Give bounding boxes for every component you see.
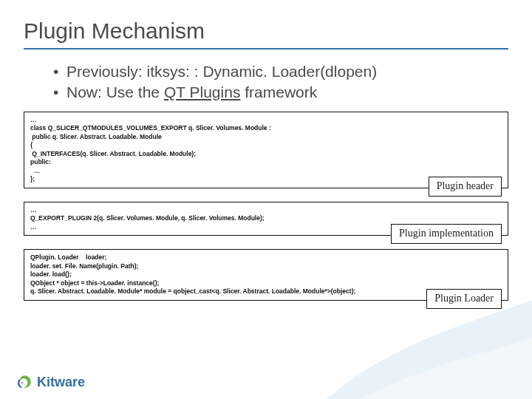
code-box-label: Plugin header bbox=[429, 177, 502, 197]
code-box-plugin-header: … class Q_SLICER_QTMODULES_VOLUMES_EXPOR… bbox=[24, 112, 508, 188]
bullet-now: Now: Use the QT Plugins framework bbox=[66, 83, 508, 101]
code-line: class Q_SLICER_QTMODULES_VOLUMES_EXPORT … bbox=[30, 124, 502, 132]
code-box-label: Plugin implementation bbox=[391, 224, 502, 244]
code-line: … bbox=[30, 167, 502, 175]
code-line: Q_EXPORT_PLUGIN 2(q. Slicer. Volumes. Mo… bbox=[30, 214, 502, 222]
code-line: QObject * object = this->Loader. instanc… bbox=[30, 279, 502, 287]
qt-plugins-link[interactable]: QT Plugins bbox=[164, 83, 241, 100]
code-line: … bbox=[30, 206, 502, 214]
svg-point-0 bbox=[21, 382, 23, 383]
slide-title: Plugin Mechanism bbox=[24, 18, 508, 44]
bullet-text: itksys: : Dynamic. Loader(dlopen) bbox=[147, 63, 378, 80]
code-line: public: bbox=[30, 158, 502, 166]
code-line: … bbox=[30, 116, 502, 124]
code-box-label: Plugin Loader bbox=[426, 289, 502, 309]
code-line: QPlugin. Loader loader; bbox=[30, 253, 502, 262]
code-line: { bbox=[30, 141, 502, 149]
bullet-previously: Previously: itksys: : Dynamic. Loader(dl… bbox=[66, 63, 508, 81]
bullet-text: Now: Use the bbox=[66, 83, 164, 100]
kitware-logo-text: Kitware bbox=[37, 375, 85, 390]
code-box-plugin-implementation: … Q_EXPORT_PLUGIN 2(q. Slicer. Volumes. … bbox=[24, 202, 508, 236]
title-bar: Plugin Mechanism bbox=[24, 18, 508, 50]
code-line: Q_INTERFACES(q. Slicer. Abstract. Loadab… bbox=[30, 150, 502, 158]
bullet-list: Previously: itksys: : Dynamic. Loader(dl… bbox=[37, 63, 508, 101]
bullet-text: framework bbox=[240, 83, 317, 100]
kitware-logo-icon bbox=[16, 374, 33, 390]
footer: Kitware bbox=[16, 374, 85, 390]
code-box-plugin-loader: QPlugin. Loader loader; loader. set. Fil… bbox=[24, 249, 508, 300]
code-line: loader. load(); bbox=[30, 270, 502, 279]
code-line: loader. set. File. Name(plugin. Path); bbox=[30, 262, 502, 270]
bullet-text: Previously: bbox=[66, 63, 147, 80]
code-line: public q. Slicer. Abstract. Loadable. Mo… bbox=[30, 133, 502, 141]
